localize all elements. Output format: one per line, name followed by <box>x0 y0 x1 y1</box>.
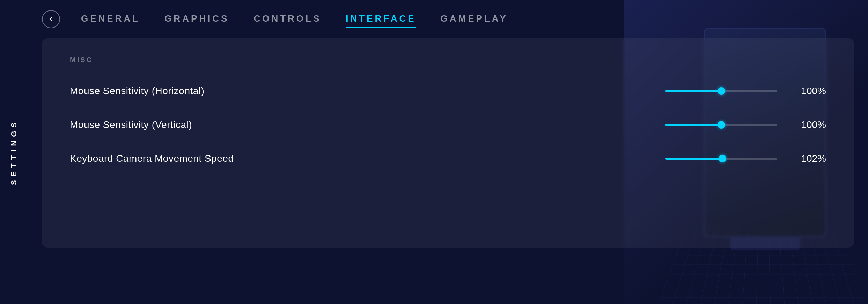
slider-thumb-keyboard-cam[interactable] <box>719 155 726 162</box>
slider-container-mouse-v: 100% <box>665 119 826 130</box>
main-content: GENERAL GRAPHICS CONTROLS INTERFACE GAME… <box>28 0 868 304</box>
slider-container-mouse-h: 100% <box>665 85 826 97</box>
tab-interface[interactable]: INTERFACE <box>346 10 416 28</box>
setting-label-mouse-v: Mouse Sensitivity (Vertical) <box>70 119 665 130</box>
section-title: MISC <box>70 56 826 64</box>
back-button[interactable] <box>42 10 60 28</box>
settings-vertical-label: SETTINGS <box>9 119 19 185</box>
top-nav: GENERAL GRAPHICS CONTROLS INTERFACE GAME… <box>28 0 868 38</box>
tab-graphics[interactable]: GRAPHICS <box>164 10 229 28</box>
back-arrow-icon <box>47 15 55 23</box>
slider-wrapper-mouse-v <box>665 123 777 126</box>
slider-thumb-mouse-h[interactable] <box>718 87 725 95</box>
slider-wrapper-keyboard-cam <box>665 157 777 160</box>
slider-fill-mouse-h <box>665 90 721 92</box>
slider-thumb-mouse-v[interactable] <box>718 121 725 129</box>
slider-fill-mouse-v <box>665 124 721 126</box>
nav-tabs: GENERAL GRAPHICS CONTROLS INTERFACE GAME… <box>81 10 508 28</box>
setting-row-keyboard-cam: Keyboard Camera Movement Speed 102% <box>70 142 826 175</box>
settings-panel: MISC Mouse Sensitivity (Horizontal) 100%… <box>42 38 854 248</box>
tab-controls[interactable]: CONTROLS <box>253 10 321 28</box>
slider-wrapper-mouse-h <box>665 90 777 92</box>
sidebar: SETTINGS <box>0 0 28 304</box>
tab-gameplay[interactable]: GAMEPLAY <box>441 10 508 28</box>
setting-label-mouse-h: Mouse Sensitivity (Horizontal) <box>70 85 665 97</box>
slider-value-mouse-h: 100% <box>791 85 826 97</box>
setting-row-mouse-v: Mouse Sensitivity (Vertical) 100% <box>70 108 826 142</box>
slider-fill-keyboard-cam <box>665 158 722 160</box>
setting-row-mouse-h: Mouse Sensitivity (Horizontal) 100% <box>70 74 826 108</box>
slider-value-keyboard-cam: 102% <box>791 153 826 164</box>
tab-general[interactable]: GENERAL <box>81 10 140 28</box>
setting-label-keyboard-cam: Keyboard Camera Movement Speed <box>70 153 665 164</box>
slider-container-keyboard-cam: 102% <box>665 153 826 164</box>
slider-value-mouse-v: 100% <box>791 119 826 130</box>
